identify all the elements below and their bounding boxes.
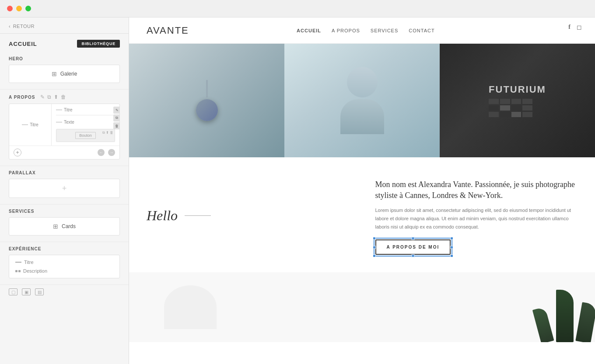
preview-bottom	[129, 272, 595, 342]
apropos-left-titre: Titre	[22, 122, 38, 127]
exp-titre-label: Titre	[24, 260, 34, 265]
right-top-row: Titre	[56, 107, 115, 115]
nav-accueil[interactable]: ACCUEIL	[297, 28, 321, 33]
apropos-grid: ✎ ⧉ 🗑 Titre	[9, 104, 120, 159]
about-description: Lorem ipsum dolor sit amet, consectetur …	[375, 206, 578, 231]
preview-header: AVANTE ACCUEIL A PROPOS SERVICES CONTACT	[129, 17, 595, 44]
speaker-body	[196, 99, 218, 121]
building-label: FUTURIUM	[489, 84, 546, 117]
woman-portrait	[340, 67, 384, 134]
preview-header-wrapper: f ◻ AVANTE ACCUEIL A PROPOS SERVICES CON…	[129, 17, 595, 44]
exp-description-label: Description	[23, 268, 47, 274]
apropos-upload-icon[interactable]: ⬆	[54, 94, 58, 100]
apropos-right-titre: Titre	[56, 107, 115, 112]
apropos-right-col: Titre Texte Bouton ⧉ ⬆ 🗑	[52, 104, 119, 146]
traffic-light-red[interactable]	[7, 6, 13, 11]
bouton-edit-icon[interactable]: ⧉	[102, 131, 105, 135]
plant-leaf-2	[556, 290, 574, 342]
apropos-section-label: A PROPOS	[9, 95, 35, 100]
add-component-button[interactable]: +	[14, 149, 21, 156]
view-icon-2[interactable]: ▣	[22, 288, 31, 295]
services-cards-card[interactable]: ⊞ Cards	[9, 217, 120, 236]
parallax-section-label: PARALLAX	[9, 170, 36, 175]
about-left: Hello	[147, 179, 362, 255]
woman-body	[340, 99, 384, 134]
apropos-left-col: Titre	[9, 104, 52, 146]
instagram-icon[interactable]: ◻	[577, 24, 582, 31]
sidebar-page-title: ACCUEIL	[9, 41, 37, 47]
traffic-light-green[interactable]	[25, 6, 31, 11]
experience-label-row: EXPÉRIENCE	[9, 246, 120, 251]
apropos-add-row: + ← →	[9, 146, 119, 159]
view-icon-1[interactable]: ▢	[9, 288, 18, 295]
view-icon-3[interactable]: ▤	[35, 288, 44, 295]
hello-label: Hello	[147, 208, 178, 224]
title-bar	[0, 0, 595, 17]
hero-section: HERO ⊞ Galerie	[0, 52, 129, 90]
cta-button-wrapper: A PROPOS DE MOI	[375, 239, 451, 255]
white-object	[164, 285, 217, 329]
bibliotheque-button[interactable]: BIBLIOTHÈQUE	[77, 40, 120, 48]
social-icons-area: f ◻	[568, 24, 582, 31]
cards-icon: ⊞	[53, 223, 58, 230]
preview-logo: AVANTE	[147, 25, 189, 36]
hello-text: Hello	[147, 208, 362, 224]
apropos-pencil-icon[interactable]: ✎	[40, 94, 45, 100]
apropos-section: A PROPOS ✎ ⧉ ⬆ 🗑 ✎ ⧉ 🗑	[0, 90, 129, 166]
cta-button[interactable]: A PROPOS DE MOI	[375, 239, 451, 255]
about-section-preview: Hello Mon nom est Alexandra Vante. Passi…	[129, 157, 595, 272]
back-label: RETOUR	[13, 24, 35, 29]
sidebar-back-header[interactable]: ‹ RETOUR	[0, 17, 129, 34]
apropos-trash-icon[interactable]: 🗑	[61, 94, 66, 100]
apropos-label-row: A PROPOS ✎ ⧉ ⬆ 🗑	[9, 94, 120, 100]
services-section-label: SERVICES	[9, 209, 34, 214]
services-component-label: Cards	[62, 223, 76, 229]
handle-mr[interactable]	[450, 246, 453, 249]
apropos-bouton-row[interactable]: Bouton ⧉ ⬆ 🗑	[56, 129, 115, 142]
mini-bar-3	[56, 122, 62, 123]
nav-apropos[interactable]: A PROPOS	[332, 28, 360, 33]
handle-bl[interactable]	[373, 254, 376, 257]
speaker-ornament	[196, 80, 218, 121]
texte-label: Texte	[64, 120, 74, 125]
preview-bottom-inner	[129, 272, 595, 342]
back-chevron-icon: ‹	[9, 24, 10, 29]
woman-head	[347, 67, 378, 97]
hero-image-2	[284, 44, 440, 157]
mini-bar-icon	[22, 125, 28, 125]
plants-area	[541, 290, 591, 342]
grid-copy-1[interactable]: ⧉	[113, 114, 120, 121]
facebook-icon[interactable]: f	[568, 24, 570, 31]
grid-trash-1[interactable]: 🗑	[113, 122, 120, 129]
handle-bm[interactable]	[411, 254, 414, 257]
building-windows	[489, 99, 532, 117]
exp-mini-bar-1	[15, 262, 21, 263]
left-arrow-icon[interactable]: ←	[98, 149, 105, 156]
apropos-texte-row: Texte	[56, 118, 115, 126]
hero-galerie-card[interactable]: ⊞ Galerie	[9, 65, 120, 83]
handle-br[interactable]	[450, 254, 453, 257]
nav-contact[interactable]: CONTACT	[409, 28, 434, 33]
handle-tr[interactable]	[450, 237, 453, 240]
bouton-label: Bouton	[75, 132, 96, 139]
right-titre-label: Titre	[64, 107, 73, 112]
traffic-light-yellow[interactable]	[16, 6, 22, 11]
experience-section-label: EXPÉRIENCE	[9, 246, 41, 251]
left-titre-label: Titre	[30, 122, 38, 127]
hero-component-label: Galerie	[60, 71, 77, 77]
apropos-copy-icon[interactable]: ⧉	[47, 94, 51, 100]
nav-services[interactable]: SERVICES	[371, 28, 398, 33]
preview-nav: ACCUEIL A PROPOS SERVICES CONTACT	[297, 28, 435, 33]
experience-section: EXPÉRIENCE Titre Description	[0, 242, 129, 285]
bouton-trash-icon[interactable]: 🗑	[110, 131, 113, 135]
about-title: Mon nom est Alexandra Vante. Passionnée,…	[375, 179, 578, 201]
grid-edit-1[interactable]: ✎	[113, 107, 120, 114]
parallax-section: PARALLAX +	[0, 166, 129, 205]
parallax-add-card[interactable]: +	[9, 179, 120, 198]
sidebar-title-row: ACCUEIL BIBLIOTHÈQUE	[0, 34, 129, 52]
hero-images: FUTURIUM	[129, 44, 595, 157]
speaker-string	[206, 80, 208, 97]
hello-line	[185, 215, 211, 216]
bouton-copy-icon[interactable]: ⬆	[106, 131, 109, 135]
right-arrow-icon[interactable]: →	[108, 149, 115, 156]
